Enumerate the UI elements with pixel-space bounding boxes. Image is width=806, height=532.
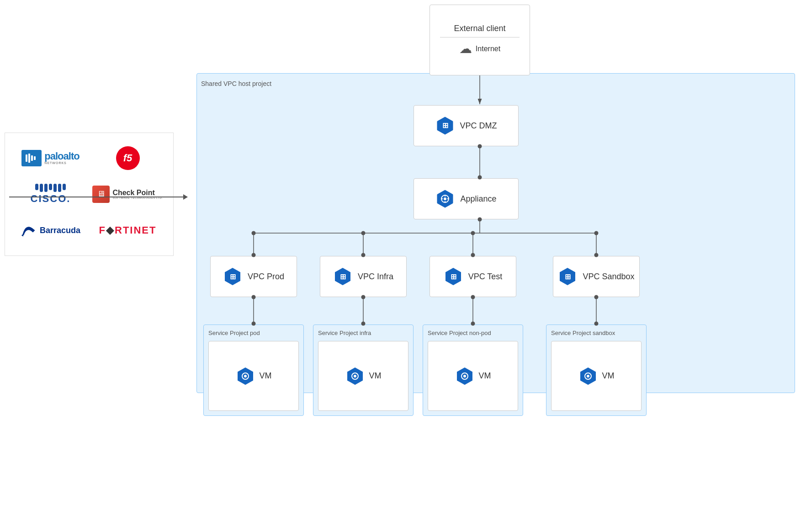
logos-to-appliance-arrow (9, 197, 187, 197)
svg-text:⊞: ⊞ (442, 122, 448, 129)
vpc-prod-box: ⊞ VPC Prod (210, 256, 297, 297)
logo-paloalto: paloalto NETWORKS (14, 144, 87, 172)
checkpoint-icon: 🖥 (92, 186, 110, 203)
svg-rect-1 (28, 154, 30, 163)
vpc-prod-label: VPC Prod (248, 272, 284, 282)
vpc-test-label: VPC Test (468, 272, 503, 282)
vm-pod-icon (236, 367, 255, 386)
external-client-title: External client (454, 24, 505, 33)
logo-fortinet: F◆RTINET (91, 217, 164, 244)
appliance-box: Appliance (414, 178, 519, 219)
svg-point-32 (587, 375, 589, 378)
vpc-dmz-box: ⊞ VPC DMZ (414, 105, 519, 146)
service-project-pod: Service Project pod VM (203, 325, 304, 416)
internet-label: Internet (476, 45, 500, 53)
logo-barracuda: Barracuda (14, 217, 87, 244)
appliance-label: Appliance (460, 194, 496, 204)
vpc-infra-icon: ⊞ (333, 267, 352, 286)
paloalto-text: paloalto NETWORKS (44, 151, 79, 165)
vpc-prod-icon: ⊞ (223, 267, 242, 286)
logo-cisco: CISCO. (14, 181, 87, 208)
svg-rect-2 (31, 155, 33, 161)
svg-point-29 (463, 375, 466, 378)
external-client-box: External client ☁ Internet (430, 5, 530, 75)
svg-point-23 (244, 375, 247, 378)
svg-point-8 (444, 197, 446, 200)
vm-sandbox-box: VM (551, 341, 642, 411)
svg-text:⊞: ⊞ (339, 273, 345, 281)
shared-vpc-label: Shared VPC host project (201, 80, 271, 87)
vm-infra-box: VM (318, 341, 408, 411)
sp-pod-label: Service Project pod (208, 330, 299, 336)
vpc-test-box: ⊞ VPC Test (430, 256, 516, 297)
vpc-infra-label: VPC Infra (358, 272, 393, 282)
cisco-dots (35, 184, 66, 192)
vpc-dmz-label: VPC DMZ (460, 121, 497, 131)
cloud-icon: ☁ (459, 41, 472, 56)
svg-text:⊞: ⊞ (565, 273, 571, 281)
internet-row: ☁ Internet (459, 41, 500, 56)
service-project-sandbox: Service Project sandbox VM (546, 325, 647, 416)
vm-nonpod-icon (455, 367, 474, 386)
svg-rect-3 (34, 156, 36, 160)
sp-nonpod-label: Service Project non-pod (428, 330, 518, 336)
vm-sandbox-icon (578, 367, 598, 386)
svg-text:⊞: ⊞ (450, 273, 456, 281)
barracuda-icon (21, 222, 37, 239)
vm-pod-box: VM (208, 341, 299, 411)
vpc-infra-box: ⊞ VPC Infra (320, 256, 407, 297)
vpc-test-icon: ⊞ (444, 267, 463, 286)
logo-f5: f5 (91, 144, 164, 172)
vpc-dmz-icon: ⊞ (435, 116, 455, 135)
sp-sandbox-label: Service Project sandbox (551, 330, 642, 336)
appliance-icon (435, 189, 455, 208)
vpc-sandbox-box: ⊞ VPC Sandbox (553, 256, 640, 297)
vm-infra-icon (345, 367, 365, 386)
diagram-area: Shared VPC host project External client … (187, 0, 804, 532)
divider (440, 37, 520, 37)
sp-infra-label: Service Project infra (318, 330, 408, 336)
vpc-sandbox-icon: ⊞ (558, 267, 577, 286)
svg-rect-0 (26, 154, 27, 162)
svg-text:⊞: ⊞ (229, 273, 235, 281)
service-project-nonpod: Service Project non-pod VM (423, 325, 523, 416)
service-project-infra: Service Project infra VM (313, 325, 414, 416)
vm-nonpod-box: VM (428, 341, 518, 411)
logos-panel: paloalto NETWORKS f5 CISCO. 🖥 Chec (5, 133, 174, 256)
vpc-sandbox-label: VPC Sandbox (583, 272, 634, 282)
svg-point-26 (354, 375, 356, 378)
logo-checkpoint: 🖥 Check Point SOFTWARE TECHNOLOGIES LTD. (91, 181, 164, 208)
paloalto-icon (21, 150, 42, 166)
